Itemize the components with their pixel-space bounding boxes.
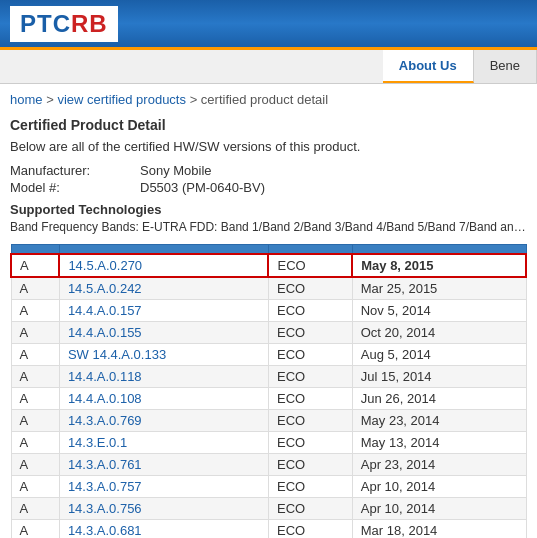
table-row: A14.4.A.0.157ECONov 5, 2014 [11,299,526,321]
logo-text: PTCRB [20,10,108,38]
cell-col1: A [11,299,59,321]
cell-eco: ECO [268,431,352,453]
cell-eco: ECO [268,409,352,431]
cell-sw-version[interactable]: 14.5.A.0.270 [59,254,268,277]
cell-col1: A [11,254,59,277]
cell-date: Apr 10, 2014 [352,497,526,519]
cell-col1: A [11,277,59,300]
breadcrumb-sep2: > [190,92,201,107]
cell-eco: ECO [268,254,352,277]
cell-eco: ECO [268,299,352,321]
cell-date: Mar 25, 2015 [352,277,526,300]
table-row: A14.3.A.0.761ECOApr 23, 2014 [11,453,526,475]
cell-date: May 23, 2014 [352,409,526,431]
cell-eco: ECO [268,519,352,538]
table-header-row [11,244,526,254]
nav-bar: About Us Bene [0,50,537,84]
table-wrapper: A14.5.A.0.270ECOMay 8, 2015A14.5.A.0.242… [10,244,527,538]
cell-sw-version[interactable]: 14.4.A.0.155 [59,321,268,343]
cell-date: Apr 10, 2014 [352,475,526,497]
certified-versions-table: A14.5.A.0.270ECOMay 8, 2015A14.5.A.0.242… [10,244,527,538]
breadcrumb-view-certified[interactable]: view certified products [57,92,186,107]
table-row: A14.3.A.0.769ECOMay 23, 2014 [11,409,526,431]
cell-eco: ECO [268,277,352,300]
cell-eco: ECO [268,475,352,497]
content: Certified Product Detail Below are all o… [0,111,537,538]
band-label: Band Frequency Bands: [10,220,139,234]
cell-date: May 8, 2015 [352,254,526,277]
breadcrumb-sep1: > [46,92,57,107]
cell-date: Jun 26, 2014 [352,387,526,409]
cell-sw-version[interactable]: SW 14.4.A.0.133 [59,343,268,365]
cell-sw-version[interactable]: 14.3.A.0.681 [59,519,268,538]
table-row: A14.3.A.0.681ECOMar 18, 2014 [11,519,526,538]
cell-sw-version[interactable]: 14.3.A.0.757 [59,475,268,497]
page-title: Certified Product Detail [10,117,527,133]
cell-col1: A [11,343,59,365]
model-value: D5503 (PM-0640-BV) [140,179,269,196]
col-header-4 [352,244,526,254]
cell-col1: A [11,453,59,475]
logo: PTCRB [10,6,118,42]
cell-sw-version[interactable]: 14.3.A.0.769 [59,409,268,431]
cell-date: Nov 5, 2014 [352,299,526,321]
table-row: A14.3.E.0.1ECOMay 13, 2014 [11,431,526,453]
col-header-1 [11,244,59,254]
cell-date: Oct 20, 2014 [352,321,526,343]
manufacturer-value: Sony Mobile [140,162,269,179]
cell-date: Mar 18, 2014 [352,519,526,538]
model-row: Model #: D5503 (PM-0640-BV) [10,179,269,196]
page-description: Below are all of the certified HW/SW ver… [10,139,527,154]
logo-rb: RB [71,10,108,37]
cell-date: Jul 15, 2014 [352,365,526,387]
cell-sw-version[interactable]: 14.4.A.0.118 [59,365,268,387]
table-row: A14.3.A.0.756ECOApr 10, 2014 [11,497,526,519]
cell-date: Aug 5, 2014 [352,343,526,365]
cell-eco: ECO [268,387,352,409]
breadcrumb-current: certified product detail [201,92,328,107]
cell-sw-version[interactable]: 14.3.A.0.761 [59,453,268,475]
nav-about-us[interactable]: About Us [383,50,474,83]
table-row: ASW 14.4.A.0.133ECOAug 5, 2014 [11,343,526,365]
cell-col1: A [11,365,59,387]
logo-ptc: PTC [20,10,71,37]
cell-col1: A [11,409,59,431]
table-row: A14.5.A.0.270ECOMay 8, 2015 [11,254,526,277]
cell-eco: ECO [268,497,352,519]
model-label: Model #: [10,179,140,196]
cell-sw-version[interactable]: 14.3.A.0.756 [59,497,268,519]
cell-eco: ECO [268,453,352,475]
cell-col1: A [11,519,59,538]
band-info: Band Frequency Bands: E-UTRA FDD: Band 1… [10,219,527,236]
cell-col1: A [11,387,59,409]
manufacturer-row: Manufacturer: Sony Mobile [10,162,269,179]
header: PTCRB [0,0,537,50]
cell-sw-version[interactable]: 14.5.A.0.242 [59,277,268,300]
table-row: A14.4.A.0.108ECOJun 26, 2014 [11,387,526,409]
cell-sw-version[interactable]: 14.4.A.0.157 [59,299,268,321]
cell-sw-version[interactable]: 14.4.A.0.108 [59,387,268,409]
cell-col1: A [11,321,59,343]
breadcrumb: home > view certified products > certifi… [0,84,537,111]
cell-sw-version[interactable]: 14.3.E.0.1 [59,431,268,453]
cell-col1: A [11,475,59,497]
cell-col1: A [11,431,59,453]
table-row: A14.5.A.0.242ECOMar 25, 2015 [11,277,526,300]
col-header-3 [268,244,352,254]
table-row: A14.4.A.0.118ECOJul 15, 2014 [11,365,526,387]
product-info: Manufacturer: Sony Mobile Model #: D5503… [10,162,527,196]
breadcrumb-home[interactable]: home [10,92,43,107]
cell-date: May 13, 2014 [352,431,526,453]
col-header-2 [59,244,268,254]
table-row: A14.4.A.0.155ECOOct 20, 2014 [11,321,526,343]
cell-col1: A [11,497,59,519]
nav-bene[interactable]: Bene [474,50,537,83]
cell-eco: ECO [268,343,352,365]
cell-date: Apr 23, 2014 [352,453,526,475]
manufacturer-label: Manufacturer: [10,162,140,179]
supported-technologies-title: Supported Technologies [10,202,527,217]
cell-eco: ECO [268,321,352,343]
cell-eco: ECO [268,365,352,387]
band-value: E-UTRA FDD: Band 1/Band 2/Band 3/Band 4/… [142,220,527,234]
table-row: A14.3.A.0.757ECOApr 10, 2014 [11,475,526,497]
